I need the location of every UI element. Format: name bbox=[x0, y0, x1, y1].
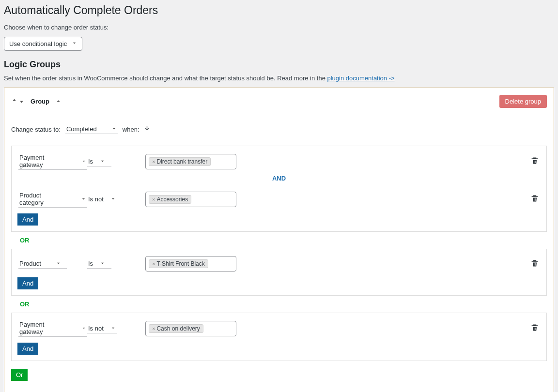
status-select-value: Completed bbox=[66, 125, 97, 133]
add-and-button[interactable]: And bbox=[17, 213, 38, 226]
move-up-icon[interactable] bbox=[11, 98, 17, 106]
chevron-down-icon bbox=[81, 196, 86, 202]
operator-value: Is not bbox=[88, 196, 104, 203]
operator-value: Is bbox=[88, 260, 93, 267]
field-select[interactable]: Payment gateway bbox=[18, 153, 87, 170]
conjunction-or: OR bbox=[11, 296, 547, 313]
group-label: Group bbox=[31, 98, 49, 105]
add-or-button[interactable]: Or bbox=[11, 369, 28, 381]
status-select[interactable]: Completed bbox=[65, 124, 118, 134]
remove-chip-icon[interactable]: × bbox=[152, 196, 155, 202]
logic-group: Group Delete group Change status to: Com… bbox=[4, 88, 554, 392]
chevron-down-icon bbox=[72, 40, 77, 47]
group-header: Group Delete group bbox=[11, 95, 547, 108]
field-select[interactable]: Product bbox=[18, 259, 67, 269]
chip-label: Accessories bbox=[156, 196, 188, 203]
plugin-docs-link[interactable]: plugin documentation -> bbox=[327, 75, 394, 82]
move-down-icon[interactable] bbox=[18, 98, 25, 106]
delete-row-button[interactable] bbox=[531, 324, 540, 333]
value-input[interactable]: ×Accessories bbox=[145, 192, 236, 207]
conjunction-and: AND bbox=[12, 170, 546, 184]
field-value: Payment gateway bbox=[19, 321, 67, 335]
delete-group-button[interactable]: Delete group bbox=[499, 95, 547, 108]
chip-label: T-Shirt Front Black bbox=[156, 260, 204, 267]
page-title: Automatically Complete Orders bbox=[4, 4, 554, 17]
logic-groups-desc: Set when the order status in WooCommerce… bbox=[4, 75, 554, 82]
trash-icon bbox=[531, 324, 539, 332]
operator-value: Is not bbox=[88, 325, 104, 332]
field-value: Product category bbox=[19, 192, 66, 206]
value-chip[interactable]: ×T-Shirt Front Black bbox=[149, 259, 208, 268]
logic-groups-heading: Logic Groups bbox=[4, 60, 554, 70]
condition-row: Payment gateway Is not ×Cash on delivery bbox=[12, 313, 546, 337]
delete-row-button[interactable] bbox=[531, 259, 540, 269]
chevron-down-icon bbox=[110, 326, 116, 331]
arrow-down-icon bbox=[144, 125, 150, 133]
mode-select[interactable]: Use conditional logic bbox=[4, 37, 82, 51]
value-chip[interactable]: ×Accessories bbox=[149, 195, 191, 204]
condition-row: Product category Is not ×Accessories bbox=[12, 184, 546, 208]
operator-select[interactable]: Is bbox=[87, 259, 111, 269]
delete-row-button[interactable] bbox=[531, 157, 540, 166]
chip-label: Direct bank transfer bbox=[156, 158, 207, 165]
condition-row: Product Is ×T-Shirt Front Black bbox=[12, 249, 546, 271]
value-input[interactable]: ×Direct bank transfer bbox=[145, 154, 236, 169]
add-and-button[interactable]: And bbox=[17, 343, 38, 355]
value-chip[interactable]: ×Direct bank transfer bbox=[149, 157, 211, 166]
field-select[interactable]: Payment gateway bbox=[18, 320, 87, 337]
operator-select[interactable]: Is not bbox=[87, 324, 117, 333]
value-chip[interactable]: ×Cash on delivery bbox=[149, 324, 203, 333]
when-label: when: bbox=[123, 126, 140, 133]
chevron-down-icon bbox=[110, 196, 116, 202]
value-input[interactable]: ×Cash on delivery bbox=[145, 321, 236, 336]
trash-icon bbox=[531, 157, 539, 165]
remove-chip-icon[interactable]: × bbox=[152, 326, 155, 332]
chevron-down-icon bbox=[100, 261, 105, 266]
condition-block: Payment gateway Is ×Direct bank transfer… bbox=[11, 146, 547, 232]
chevron-down-icon bbox=[56, 261, 61, 266]
trash-icon bbox=[531, 259, 539, 267]
value-input[interactable]: ×T-Shirt Front Black bbox=[145, 256, 236, 271]
condition-block: Product Is ×T-Shirt Front Black And bbox=[11, 249, 547, 296]
remove-chip-icon[interactable]: × bbox=[152, 159, 155, 165]
conjunction-or: OR bbox=[11, 232, 547, 249]
choose-label: Choose when to change order status: bbox=[4, 24, 554, 31]
condition-row: Payment gateway Is ×Direct bank transfer bbox=[12, 146, 546, 170]
change-status-row: Change status to: Completed when: bbox=[11, 124, 547, 134]
collapse-icon[interactable] bbox=[55, 98, 62, 106]
change-status-label: Change status to: bbox=[11, 126, 61, 133]
chip-label: Cash on delivery bbox=[156, 325, 200, 332]
trash-icon bbox=[531, 195, 539, 202]
chevron-down-icon bbox=[111, 126, 117, 132]
operator-value: Is bbox=[88, 158, 93, 165]
condition-block: Payment gateway Is not ×Cash on delivery… bbox=[11, 313, 547, 361]
field-select[interactable]: Product category bbox=[18, 191, 87, 208]
field-value: Payment gateway bbox=[19, 154, 67, 168]
operator-select[interactable]: Is bbox=[87, 157, 111, 166]
field-value: Product bbox=[19, 260, 41, 267]
chevron-down-icon bbox=[100, 159, 105, 164]
mode-select-value: Use conditional logic bbox=[9, 40, 67, 47]
add-and-button[interactable]: And bbox=[17, 277, 38, 289]
remove-chip-icon[interactable]: × bbox=[152, 261, 155, 267]
chevron-down-icon bbox=[81, 159, 86, 164]
operator-select[interactable]: Is not bbox=[87, 195, 117, 204]
chevron-down-icon bbox=[81, 326, 86, 331]
delete-row-button[interactable] bbox=[531, 195, 540, 204]
logic-groups-desc-text: Set when the order status in WooCommerce… bbox=[4, 75, 327, 82]
